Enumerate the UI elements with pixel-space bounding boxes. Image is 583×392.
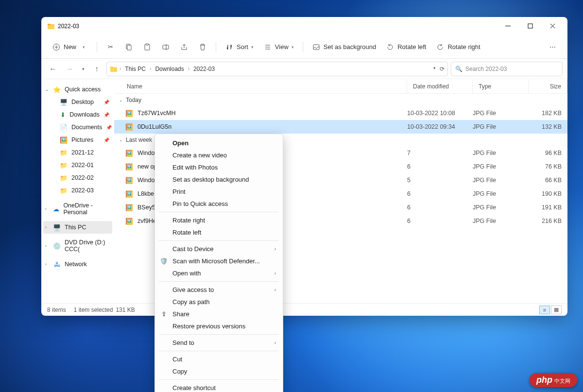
image-file-icon: 🖼️: [125, 149, 134, 157]
forward-button[interactable]: →: [63, 62, 76, 76]
chevron-right-icon: ›: [45, 225, 47, 230]
cm-open-with[interactable]: Open with›: [155, 267, 283, 279]
cm-set-desktop-bg[interactable]: Set as desktop background: [155, 173, 283, 186]
view-details-toggle[interactable]: ≡: [539, 306, 550, 314]
cm-defender[interactable]: 🛡️Scan with Microsoft Defender...: [155, 255, 283, 267]
cm-separator: [159, 351, 279, 351]
view-button[interactable]: View ▾: [259, 40, 298, 54]
sidebar-desktop[interactable]: 🖥️Desktop📌: [43, 96, 112, 108]
sidebar-pictures[interactable]: 🖼️Pictures📌: [43, 134, 112, 146]
share-button[interactable]: [176, 40, 192, 54]
sort-icon: [225, 43, 234, 51]
rotate-left-label: Rotate left: [397, 43, 426, 51]
sidebar-this-pc[interactable]: ›🖥️This PC: [43, 221, 112, 234]
desktop-icon: 🖥️: [60, 98, 68, 106]
rename-button[interactable]: [157, 40, 174, 54]
crumb-sep: ›: [150, 66, 151, 71]
navbar: ← → ▾ ↑ › This PC › Downloads › 2022-03 …: [41, 59, 567, 79]
maximize-button[interactable]: [519, 18, 541, 34]
folder-icon: 📁: [60, 174, 68, 182]
col-size[interactable]: Size: [529, 79, 567, 93]
cm-separator: [159, 379, 279, 380]
sidebar-folder-2021-12[interactable]: 📁2021-12: [43, 146, 112, 159]
addressbar[interactable]: › This PC › Downloads › 2022-03 ▾ ⟳: [106, 62, 448, 76]
folder-icon: 📁: [60, 149, 68, 156]
cut-button[interactable]: ✂: [102, 40, 119, 54]
file-row[interactable]: 🖼️Tz67W1vcMH10-03-2022 10:08JPG File182 …: [114, 106, 567, 120]
cm-rotate-right[interactable]: Rotate right: [155, 214, 283, 226]
rotate-left-button[interactable]: Rotate left: [382, 40, 430, 54]
col-date[interactable]: Date modified: [407, 79, 473, 93]
pin-icon: 📌: [106, 125, 112, 130]
status-size: 131 KB: [116, 307, 135, 313]
image-file-icon: 🖼️: [125, 162, 134, 171]
cm-rotate-left[interactable]: Rotate left: [155, 226, 283, 239]
cm-cut[interactable]: Cut: [155, 353, 283, 365]
cm-edit-photos[interactable]: Edit with Photos: [155, 161, 283, 173]
cm-copy[interactable]: Copy: [155, 365, 283, 377]
copy-button[interactable]: [120, 40, 137, 54]
close-button[interactable]: [541, 18, 564, 34]
group-today[interactable]: ⌄Today: [114, 94, 567, 106]
cm-shortcut[interactable]: Create shortcut: [155, 382, 283, 392]
cm-give-access[interactable]: Give access to›: [155, 284, 283, 296]
chevron-right-icon: ›: [274, 246, 276, 252]
more-button[interactable]: ⋯: [544, 40, 561, 54]
downloads-icon: ⬇: [60, 111, 66, 119]
dvd-icon: 💿: [53, 242, 61, 250]
delete-button[interactable]: [194, 40, 211, 54]
cm-print[interactable]: Print: [155, 186, 283, 198]
sort-button[interactable]: Sort ▾: [221, 40, 257, 54]
set-background-icon: [312, 43, 321, 51]
sidebar-folder-2022-02[interactable]: 📁2022-02: [43, 171, 112, 184]
rotate-right-button[interactable]: Rotate right: [432, 40, 484, 54]
sidebar-folder-2022-01[interactable]: 📁2022-01: [43, 159, 112, 171]
titlebar[interactable]: 2022-03: [41, 17, 567, 35]
cm-separator: [159, 212, 279, 212]
sidebar-downloads[interactable]: ⬇Downloads📌: [43, 108, 112, 121]
breadcrumb-folder[interactable]: 2022-03: [191, 65, 217, 73]
sidebar-network[interactable]: ›🖧Network: [43, 258, 112, 271]
back-button[interactable]: ←: [46, 62, 60, 76]
sidebar-onedrive[interactable]: ›☁OneDrive - Personal: [43, 200, 112, 218]
file-row[interactable]: 🖼️0Du1LulG5n10-03-2022 09:34JPG File132 …: [114, 120, 567, 134]
search-icon: 🔍: [455, 66, 463, 72]
cm-separator: [159, 334, 279, 335]
sidebar-quick-access[interactable]: ⌄⭐Quick access: [43, 83, 112, 96]
view-thumbnails-toggle[interactable]: ▦: [551, 306, 562, 314]
cm-open[interactable]: Open: [155, 137, 283, 149]
paste-button[interactable]: [139, 40, 155, 54]
chevron-down-icon: ▾: [251, 45, 254, 50]
breadcrumb-downloads[interactable]: Downloads: [153, 65, 186, 73]
new-button[interactable]: New ▾: [48, 40, 92, 54]
cm-send-to[interactable]: Send to›: [155, 337, 283, 349]
cm-new-video[interactable]: Create a new video: [155, 149, 283, 161]
cm-pin-quick[interactable]: Pin to Quick access: [155, 198, 283, 210]
chevron-down-icon: ⌄: [119, 137, 123, 142]
up-button[interactable]: ↑: [90, 62, 103, 76]
recent-dropdown[interactable]: ▾: [79, 62, 87, 76]
chevron-down-icon: ⌄: [119, 98, 123, 102]
context-menu: Open Create a new video Edit with Photos…: [154, 134, 283, 392]
chevron-right-icon: ›: [45, 206, 47, 211]
address-dropdown[interactable]: ▾: [433, 66, 436, 72]
search-input[interactable]: 🔍 Search 2022-03: [451, 62, 563, 76]
cm-cast[interactable]: Cast to Device›: [155, 243, 283, 255]
col-type[interactable]: Type: [473, 79, 529, 93]
statusbar: 8 items 1 item selected 131 KB ≡ ▦: [41, 303, 567, 316]
col-name[interactable]: Name: [114, 79, 407, 93]
refresh-button[interactable]: ⟳: [440, 66, 445, 72]
cm-copy-path[interactable]: Copy as path: [155, 296, 283, 308]
sidebar-documents[interactable]: 📄Documents📌: [43, 121, 112, 134]
chevron-right-icon: ›: [274, 340, 276, 345]
cm-share[interactable]: ⇪Share: [155, 308, 283, 320]
set-background-button[interactable]: Set as background: [308, 40, 380, 54]
shield-icon: 🛡️: [160, 257, 168, 265]
sidebar-folder-2022-03[interactable]: 📁2022-03: [43, 184, 112, 197]
view-icon: [263, 43, 272, 51]
cm-restore[interactable]: Restore previous versions: [155, 320, 283, 332]
minimize-button[interactable]: [497, 18, 519, 34]
breadcrumb-pc[interactable]: This PC: [123, 65, 148, 73]
status-selected: 1 item selected: [74, 307, 113, 313]
sidebar-dvd[interactable]: ›💿DVD Drive (D:) CCC(: [43, 237, 112, 255]
